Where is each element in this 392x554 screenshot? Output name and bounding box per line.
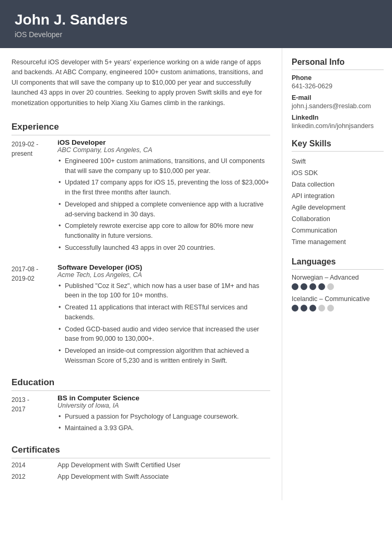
skill-item: Communication [292,225,384,236]
skill-item: API integration [292,190,384,202]
exp-bullet: Successfully launched 43 apps in over 20… [57,243,270,253]
cert-year: 2014 [11,461,57,469]
certificates-section: Certificates 2014App Development with Sw… [11,445,270,480]
education-section-title: Education [11,377,270,391]
edu-bullets: Pursued a passion for Psychology of Lang… [57,412,270,434]
cert-name: App Development with Swift Associate [57,473,270,480]
sidebar: Personal Info Phone 641-326-0629 E-mail … [282,48,392,331]
exp-bullet: Completely rewrote exercise app core to … [57,221,270,241]
edu-school: University of Iowa, IA [57,402,270,409]
experience-section-title: Experience [11,122,270,135]
exp-bullet: Developed an inside-out compression algo… [57,346,270,366]
dot-empty [327,283,334,290]
skill-item: Agile development [292,202,384,213]
certificates-list: 2014App Development with Swift Certified… [11,461,270,480]
edu-date: 2013 -2017 [11,394,57,436]
languages-title: Languages [292,257,384,270]
exp-date: 2019-02 -present [11,138,57,255]
dot-empty [327,305,334,311]
skill-item: Time management [292,236,384,248]
languages-section: Languages Norwegian – AdvancedIcelandic … [292,257,384,311]
experience-item: 2019-02 -presentiOS DeveloperABC Company… [11,138,270,255]
personal-info-section: Personal Info Phone 641-326-0629 E-mail … [292,57,384,130]
languages-list: Norwegian – AdvancedIcelandic – Communic… [292,274,384,311]
exp-bullets: Engineered 100+ custom animations, trans… [57,156,270,253]
dot-filled [318,283,325,290]
exp-bullet: Developed and shipped a complete conveni… [57,200,270,220]
skill-item: Collaboration [292,213,384,225]
exp-bullets: Published "Coz it Sez", which now has a … [57,281,270,366]
education-section: Education 2013 -2017BS in Computer Scien… [11,377,270,436]
email-value: john.j.sanders@reslab.com [292,102,384,110]
exp-date: 2017-08 -2019-02 [11,263,57,368]
exp-bullet: Published "Coz it Sez", which now has a … [57,281,270,301]
candidate-name: John J. Sanders [15,11,377,28]
header: John J. Sanders iOS Developer [0,0,392,48]
edu-bullet: Pursued a passion for Psychology of Lang… [57,412,270,422]
skill-item: Data collection [292,179,384,190]
dot-filled [301,305,307,311]
exp-role: Software Developer (iOS) [57,263,270,271]
exp-bullet: Engineered 100+ custom animations, trans… [57,156,270,176]
email-label: E-mail [292,94,384,101]
linkedin-label: LinkedIn [292,114,384,121]
dot-filled [309,305,316,311]
certificate-item: 2012App Development with Swift Associate [11,473,270,480]
cert-name: App Development with Swift Certified Use… [57,461,270,469]
linkedin-value: linkedin.com/in/johnjsanders [292,122,384,130]
personal-info-title: Personal Info [292,57,384,70]
experience-list: 2019-02 -presentiOS DeveloperABC Company… [11,138,270,368]
certificates-section-title: Certificates [11,445,270,458]
skills-section: Key Skills SwiftiOS SDKData collectionAP… [292,139,384,248]
exp-bullet: Updated 17 company apps for iOS 15, prev… [57,178,270,198]
language-name: Norwegian – Advanced [292,274,384,281]
education-list: 2013 -2017BS in Computer ScienceUniversi… [11,394,270,436]
exp-bullet: Created 11 applications that interact wi… [57,303,270,322]
dot-filled [309,283,316,290]
language-dots [292,283,384,290]
skills-title: Key Skills [292,139,384,152]
candidate-title: iOS Developer [15,30,377,39]
skills-list: SwiftiOS SDKData collectionAPI integrati… [292,156,384,248]
dot-filled [292,305,298,311]
main-content: Resourceful iOS developer with 5+ years'… [0,48,282,500]
phone-value: 641-326-0629 [292,83,384,90]
edu-details: BS in Computer ScienceUniversity of Iowa… [57,394,270,436]
language-item: Norwegian – Advanced [292,274,384,290]
exp-company: ABC Company, Los Angeles, CA [57,146,270,154]
exp-details: Software Developer (iOS)Acme Tech, Los A… [57,263,270,368]
body-layout: Resourceful iOS developer with 5+ years'… [0,48,392,500]
experience-section: Experience 2019-02 -presentiOS Developer… [11,122,270,368]
certificate-item: 2014App Development with Swift Certified… [11,461,270,469]
language-dots [292,305,384,311]
language-name: Icelandic – Communicative [292,295,384,303]
edu-degree: BS in Computer Science [57,394,270,402]
dot-filled [292,283,298,290]
exp-role: iOS Developer [57,138,270,146]
summary-text: Resourceful iOS developer with 5+ years'… [11,57,270,111]
edu-bullet: Maintained a 3.93 GPA. [57,423,270,433]
skill-item: iOS SDK [292,167,384,179]
experience-item: 2017-08 -2019-02Software Developer (iOS)… [11,263,270,368]
cert-year: 2012 [11,473,57,480]
exp-company: Acme Tech, Los Angeles, CA [57,271,270,279]
phone-label: Phone [292,74,384,82]
exp-details: iOS DeveloperABC Company, Los Angeles, C… [57,138,270,255]
exp-bullet: Coded GCD-based audio and video service … [57,325,270,344]
dot-empty [318,305,325,311]
dot-filled [301,283,307,290]
language-item: Icelandic – Communicative [292,295,384,311]
skill-item: Swift [292,156,384,167]
education-item: 2013 -2017BS in Computer ScienceUniversi… [11,394,270,436]
